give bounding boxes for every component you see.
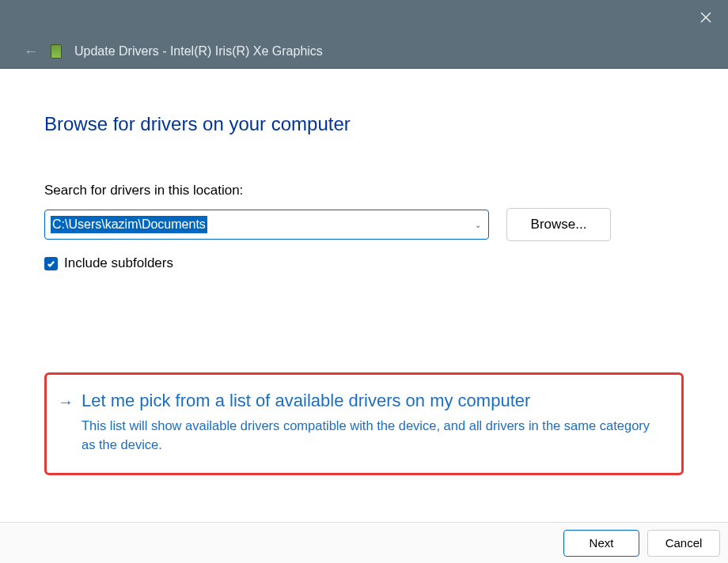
device-icon xyxy=(51,44,62,59)
next-button[interactable]: Next xyxy=(563,530,639,557)
close-button[interactable] xyxy=(698,9,714,25)
option-description: This list will show available drivers co… xyxy=(82,416,667,454)
highlighted-option-box: → Let me pick from a list of available d… xyxy=(44,372,684,475)
back-arrow-icon: ← xyxy=(24,43,38,60)
page-title: Browse for drivers on your computer xyxy=(44,113,684,135)
checkmark-icon xyxy=(47,259,55,268)
pick-from-list-option[interactable]: → Let me pick from a list of available d… xyxy=(58,391,667,454)
header-title: Update Drivers - Intel(R) Iris(R) Xe Gra… xyxy=(74,44,323,59)
search-location-label: Search for drivers in this location: xyxy=(44,183,684,198)
include-subfolders-checkbox[interactable] xyxy=(44,257,58,270)
arrow-right-icon: → xyxy=(58,391,74,454)
browse-button[interactable]: Browse... xyxy=(506,208,611,241)
include-subfolders-row: Include subfolders xyxy=(44,255,684,271)
path-input[interactable] xyxy=(44,210,489,240)
path-combobox[interactable]: C:\Users\kazim\Documents ⌄ xyxy=(44,210,489,240)
search-row: C:\Users\kazim\Documents ⌄ Browse... xyxy=(44,208,684,241)
option-title: Let me pick from a list of available dri… xyxy=(82,391,667,411)
wizard-footer: Next Cancel xyxy=(0,522,728,563)
wizard-header: ← Update Drivers - Intel(R) Iris(R) Xe G… xyxy=(0,35,728,69)
cancel-button[interactable]: Cancel xyxy=(647,530,720,557)
wizard-content: Browse for drivers on your computer Sear… xyxy=(0,69,728,475)
option-text-wrapper: Let me pick from a list of available dri… xyxy=(82,391,667,454)
close-icon xyxy=(700,11,712,24)
include-subfolders-label[interactable]: Include subfolders xyxy=(64,255,173,271)
window-titlebar xyxy=(0,0,728,35)
